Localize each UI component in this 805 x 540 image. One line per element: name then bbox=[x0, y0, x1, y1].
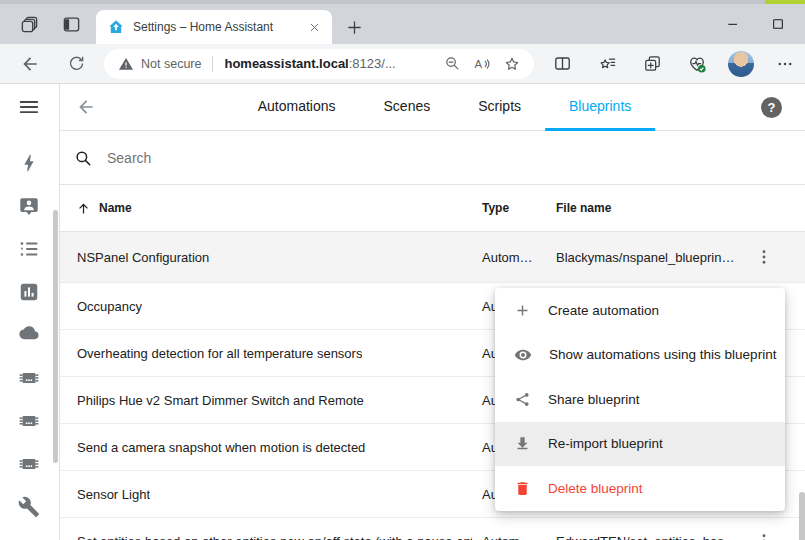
download-icon bbox=[514, 435, 531, 452]
trash-icon bbox=[514, 480, 531, 497]
chip-icon[interactable] bbox=[17, 366, 41, 390]
row-name: NSPanel Configuration bbox=[77, 250, 209, 265]
row-name: Overheating detection for all temperatur… bbox=[77, 346, 362, 361]
search-row bbox=[60, 131, 805, 185]
column-header-name[interactable]: Name bbox=[76, 201, 132, 216]
column-header-type[interactable]: Type bbox=[482, 201, 509, 215]
url-host[interactable]: homeassistant.local bbox=[224, 56, 348, 71]
workspaces-icon[interactable] bbox=[15, 10, 43, 38]
zoom-out-icon[interactable] bbox=[440, 52, 464, 76]
tab-automations[interactable]: Automations bbox=[234, 84, 360, 131]
row-name: Set entities based on other entities new… bbox=[77, 534, 472, 540]
minimize-icon[interactable] bbox=[725, 16, 741, 32]
menu-item-show-automations[interactable]: Show automations using this blueprint bbox=[495, 333, 785, 378]
menu-item-delete-blueprint[interactable]: Delete blueprint bbox=[495, 466, 785, 511]
page-scrollbar[interactable] bbox=[799, 492, 805, 540]
help-icon[interactable]: ? bbox=[761, 97, 782, 118]
ha-header: Automations Scenes Scripts Blueprints ? bbox=[60, 84, 805, 131]
chip-icon[interactable] bbox=[17, 409, 41, 433]
home-assistant-favicon bbox=[108, 19, 124, 35]
todo-list-icon[interactable] bbox=[17, 237, 41, 261]
blueprint-context-menu: Create automation Show automations using… bbox=[495, 288, 785, 511]
menu-item-reimport-blueprint[interactable]: Re-import blueprint bbox=[495, 422, 785, 467]
menu-item-share-blueprint[interactable]: Share blueprint bbox=[495, 377, 785, 422]
browser-tabstrip: Settings – Home Assistant bbox=[0, 4, 805, 44]
tab-title: Settings – Home Assistant bbox=[133, 20, 304, 34]
lightning-bolt-icon[interactable] bbox=[17, 151, 41, 175]
profile-avatar[interactable] bbox=[728, 51, 754, 77]
row-file: EdwardTEN/set_entities_bas… bbox=[556, 534, 737, 540]
favorites-icon[interactable] bbox=[593, 50, 621, 78]
new-tab-icon[interactable] bbox=[340, 13, 368, 41]
cloud-icon[interactable] bbox=[17, 323, 41, 347]
maximize-icon[interactable] bbox=[770, 16, 786, 32]
row-name: Occupancy bbox=[77, 299, 142, 314]
row-type: Autom… bbox=[482, 534, 533, 540]
search-icon bbox=[74, 149, 92, 167]
row-name: Sensor Light bbox=[77, 487, 150, 502]
search-input[interactable] bbox=[105, 149, 805, 167]
history-chart-icon[interactable] bbox=[17, 280, 41, 304]
tab-close-icon[interactable] bbox=[304, 17, 324, 37]
row-name: Send a camera snapshot when motion is de… bbox=[77, 440, 365, 455]
eye-icon bbox=[514, 346, 532, 364]
wrench-icon[interactable] bbox=[17, 495, 41, 519]
address-bar[interactable]: Not secure homeassistant.local:8123/... … bbox=[104, 49, 534, 79]
url-path[interactable]: :8123/... bbox=[349, 56, 396, 71]
table-header: Name Type File name bbox=[60, 185, 805, 232]
share-icon bbox=[514, 391, 531, 408]
table-row[interactable]: NSPanel Configuration Autom… Blackymas/n… bbox=[60, 232, 805, 283]
column-header-file[interactable]: File name bbox=[556, 201, 611, 215]
warning-triangle-icon bbox=[118, 56, 134, 72]
browser-tab[interactable]: Settings – Home Assistant bbox=[96, 10, 332, 44]
menu-hamburger-icon[interactable] bbox=[18, 96, 40, 122]
browser-toolbar: Not secure homeassistant.local:8123/... … bbox=[0, 44, 805, 84]
more-ellipsis-icon[interactable] bbox=[771, 50, 799, 78]
collections-icon[interactable] bbox=[638, 50, 666, 78]
person-badge-icon[interactable] bbox=[17, 194, 41, 218]
plus-icon bbox=[514, 302, 531, 319]
table-row[interactable]: Set entities based on other entities new… bbox=[60, 518, 805, 540]
row-overflow-menu-icon[interactable] bbox=[754, 529, 774, 540]
ha-nav-tabs: Automations Scenes Scripts Blueprints bbox=[234, 84, 656, 131]
tab-blueprints[interactable]: Blueprints bbox=[545, 84, 655, 131]
favorite-star-icon[interactable] bbox=[500, 52, 524, 76]
refresh-icon[interactable] bbox=[62, 50, 90, 78]
chip-icon[interactable] bbox=[17, 452, 41, 476]
browser-window: Settings – Home Assistant bbox=[0, 0, 805, 540]
svg-text:A: A bbox=[475, 57, 483, 69]
row-type: Autom… bbox=[482, 250, 533, 265]
sort-arrow-up-icon bbox=[76, 201, 91, 216]
sidebar-scrollbar[interactable] bbox=[53, 210, 58, 463]
tab-scenes[interactable]: Scenes bbox=[360, 84, 455, 131]
security-label[interactable]: Not secure bbox=[141, 57, 201, 71]
menu-item-create-automation[interactable]: Create automation bbox=[495, 288, 785, 333]
back-arrow-icon[interactable] bbox=[16, 50, 44, 78]
read-aloud-icon[interactable]: A bbox=[470, 52, 494, 76]
address-divider bbox=[212, 56, 213, 72]
browser-essentials-icon[interactable] bbox=[683, 50, 711, 78]
tab-scripts[interactable]: Scripts bbox=[454, 84, 545, 131]
ha-sidebar bbox=[0, 84, 60, 540]
ha-back-arrow-icon[interactable] bbox=[76, 97, 96, 117]
split-screen-icon[interactable] bbox=[548, 50, 576, 78]
row-overflow-menu-icon[interactable] bbox=[754, 245, 774, 269]
vertical-tabs-icon[interactable] bbox=[57, 10, 85, 38]
row-name: Philips Hue v2 Smart Dimmer Switch and R… bbox=[77, 393, 364, 408]
row-file: Blackymas/nspanel_blueprin… bbox=[556, 250, 734, 265]
